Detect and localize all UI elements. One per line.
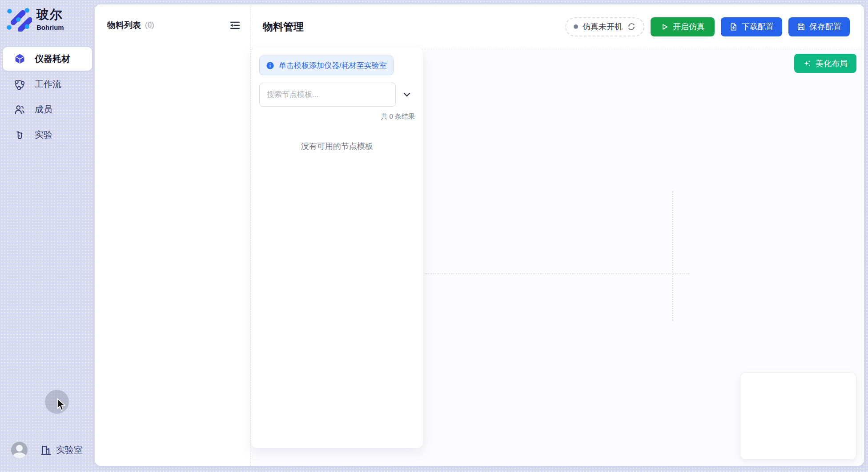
sidebar-item-label: 工作流 <box>35 78 61 90</box>
vertical-guide-line <box>672 191 673 321</box>
save-icon <box>797 23 805 31</box>
sidebar-nav: 仪器耗材 工作流 成员 <box>0 47 95 148</box>
start-simulation-button[interactable]: 开启仿真 <box>651 17 715 36</box>
bohrium-slashes-icon <box>6 6 32 32</box>
lab-entry[interactable]: 实验室 <box>40 444 83 456</box>
sidebar-item-label: 实验 <box>35 129 52 141</box>
app-root: { "colors": { "brand_indigo": "#4649e0",… <box>0 0 868 472</box>
lab-label: 实验室 <box>56 444 83 456</box>
sidebar-item-label: 成员 <box>35 104 52 116</box>
brand-subtitle: Bohrium <box>36 24 64 31</box>
chevron-down-icon[interactable] <box>401 88 413 101</box>
collapse-panel-icon[interactable] <box>229 19 241 31</box>
brand-logo: 玻尔 Bohrium <box>6 6 64 32</box>
sidebar-item-members[interactable]: 成员 <box>3 98 92 121</box>
material-list-count: (0) <box>145 21 154 30</box>
material-list-title: 物料列表 <box>107 20 141 31</box>
sidebar: 玻尔 Bohrium 仪器耗材 工作流 <box>0 0 95 472</box>
empty-state-text: 没有可用的节点模板 <box>259 141 415 152</box>
status-dot <box>574 24 578 29</box>
header-actions: 仿真未开机 开启仿真 <box>565 17 850 36</box>
info-icon <box>266 61 274 70</box>
download-config-button[interactable]: 下载配置 <box>721 17 782 36</box>
info-banner: 单击模板添加仪器/耗材至实验室 <box>259 56 394 75</box>
sidebar-item-label: 仪器耗材 <box>35 53 70 65</box>
sidebar-item-workflow[interactable]: 工作流 <box>3 72 92 96</box>
building-icon <box>40 444 52 456</box>
download-config-label: 下载配置 <box>742 21 774 32</box>
refresh-icon[interactable] <box>627 22 636 31</box>
main-panel: 物料列表 (0) 物料管理 仿真未开机 <box>95 4 864 466</box>
page-title: 物料管理 <box>263 20 304 34</box>
material-list-panel: 物料列表 (0) <box>95 4 251 466</box>
workflow-icon <box>13 78 26 91</box>
sim-status-pill[interactable]: 仿真未开机 <box>565 17 644 36</box>
sidebar-footer: 实验室 <box>11 442 83 458</box>
horizontal-guide-line <box>425 273 690 274</box>
page-header: 物料管理 仿真未开机 <box>251 4 864 49</box>
sidebar-item-experiment[interactable]: 实验 <box>3 123 92 147</box>
node-template-panel: 单击模板添加仪器/耗材至实验室 共 0 条结果 没有可用的节点模板 <box>251 48 423 448</box>
file-download-icon <box>729 23 738 31</box>
cube-icon <box>13 53 26 65</box>
experiment-icon <box>13 129 26 141</box>
start-simulation-label: 开启仿真 <box>673 21 705 32</box>
avatar-head <box>16 445 23 452</box>
search-input[interactable] <box>259 83 396 107</box>
save-config-label: 保存配置 <box>809 21 841 32</box>
play-icon <box>660 23 669 31</box>
members-icon <box>13 104 26 116</box>
info-banner-text: 单击模板添加仪器/耗材至实验室 <box>279 60 387 71</box>
sidebar-item-instruments[interactable]: 仪器耗材 <box>3 47 92 71</box>
minimap-panel[interactable] <box>740 372 856 460</box>
result-count: 共 0 条结果 <box>259 112 415 121</box>
user-avatar[interactable] <box>11 442 28 458</box>
brand-name: 玻尔 <box>36 6 64 23</box>
sim-status-label: 仿真未开机 <box>583 21 623 32</box>
material-list-header: 物料列表 (0) <box>95 4 250 31</box>
sparkles-icon <box>803 59 812 68</box>
beautify-layout-label: 美化布局 <box>816 58 848 69</box>
avatar-body <box>13 452 26 458</box>
template-search-row <box>259 83 415 107</box>
beautify-layout-button[interactable]: 美化布局 <box>794 54 856 73</box>
save-config-button[interactable]: 保存配置 <box>788 17 850 36</box>
mouse-cursor <box>56 398 68 412</box>
